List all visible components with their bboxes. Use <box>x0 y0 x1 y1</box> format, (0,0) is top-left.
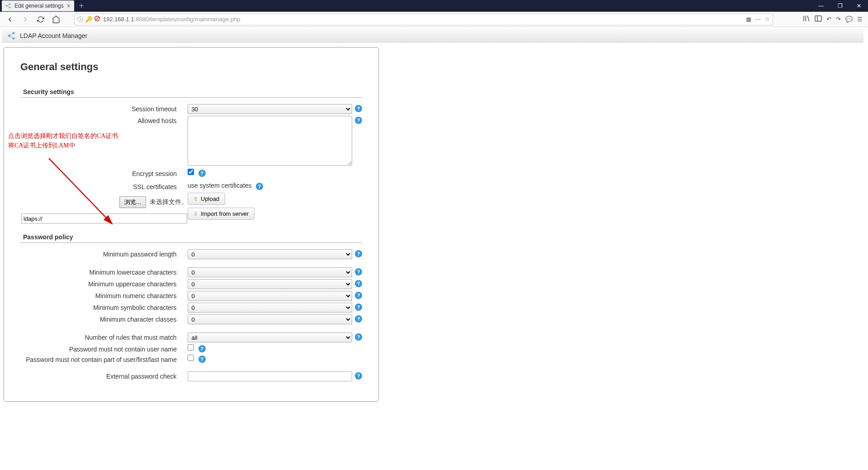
help-icon[interactable]: ? <box>198 345 206 352</box>
qr-icon[interactable]: ▦ <box>746 16 751 23</box>
checkbox-no-partname[interactable] <box>188 355 194 361</box>
more-actions-icon[interactable]: ⋯ <box>755 16 761 23</box>
menu-icon[interactable]: ☰ <box>857 16 863 23</box>
nav-reload-button[interactable] <box>34 13 47 26</box>
upload-button[interactable]: ⇧Upload <box>188 193 225 205</box>
label-session-timeout: Session timeout <box>20 104 188 113</box>
select-min-symbolic[interactable]: 0 <box>188 303 353 313</box>
undo-icon[interactable]: ↶ <box>826 16 831 23</box>
tab-title: Edit general settings <box>14 3 64 9</box>
help-icon[interactable]: ? <box>355 372 362 380</box>
select-min-lowercase[interactable]: 0 <box>188 267 353 277</box>
url-text: 192.168.1.1:8080/templates/config/mainma… <box>103 16 746 23</box>
library-icon[interactable] <box>803 15 810 24</box>
svg-line-4 <box>7 6 10 8</box>
ldaps-url-input[interactable] <box>21 214 187 223</box>
tab-favicon <box>5 3 12 9</box>
upload-arrow-icon: ⇧ <box>193 196 198 202</box>
help-icon[interactable]: ? <box>355 280 362 287</box>
svg-line-16 <box>9 36 14 38</box>
svg-line-3 <box>7 5 10 6</box>
svg-rect-10 <box>815 16 821 21</box>
url-bar[interactable]: ⓘ 🔑 192.168.1.1:8080/templates/config/ma… <box>74 14 773 25</box>
select-min-pwd-length[interactable]: 0 <box>188 249 353 259</box>
window-minimize-button[interactable]: — <box>812 0 830 12</box>
browser-tab-bar: Edit general settings × + — ❐ ✕ <box>0 0 868 12</box>
label-no-username: Password must not contain user name <box>20 344 188 353</box>
page-content: LDAP Account Manager General settings Se… <box>0 27 868 470</box>
settings-panel: General settings Security settings Sessi… <box>4 47 379 402</box>
select-min-numeric[interactable]: 0 <box>188 291 353 301</box>
svg-line-6 <box>96 17 99 20</box>
no-file-selected-text: 未选择文件。 <box>150 198 188 206</box>
nav-home-button[interactable] <box>50 13 62 26</box>
window-controls: — ❐ ✕ <box>812 0 868 12</box>
nav-forward-button[interactable] <box>19 13 32 26</box>
input-ext-pwd-check[interactable] <box>188 371 353 381</box>
page-title: General settings <box>20 61 362 73</box>
bookmark-icon[interactable]: ☆ <box>764 16 770 23</box>
select-min-classes[interactable]: 0 <box>188 314 353 324</box>
window-maximize-button[interactable]: ❐ <box>831 0 849 12</box>
label-min-uppercase: Minimum uppercase characters <box>20 279 188 288</box>
label-min-lowercase: Minimum lowercase characters <box>20 267 188 276</box>
help-icon[interactable]: ? <box>355 315 362 323</box>
redo-icon[interactable]: ↷ <box>836 16 841 23</box>
select-session-timeout[interactable]: 30 <box>188 104 353 114</box>
label-min-symbolic: Minimum symbolic characters <box>20 303 188 311</box>
checkbox-no-username[interactable] <box>188 344 194 351</box>
lam-header-title: LDAP Account Manager <box>20 32 87 39</box>
lam-header-bar: LDAP Account Manager <box>2 29 863 43</box>
tab-close-icon[interactable]: × <box>67 2 71 9</box>
help-icon[interactable]: ? <box>355 117 362 124</box>
blocked-icon[interactable] <box>94 15 100 23</box>
textarea-allowed-hosts[interactable] <box>188 116 353 166</box>
select-min-uppercase[interactable]: 0 <box>188 279 353 289</box>
info-icon[interactable]: ⓘ <box>77 15 83 24</box>
window-close-button[interactable]: ✕ <box>850 0 868 12</box>
section-password-heading: Password policy <box>20 232 362 243</box>
help-icon[interactable]: ? <box>355 250 362 257</box>
label-min-pwd-length: Minimum password length <box>20 249 188 258</box>
chat-icon[interactable]: 💬 <box>845 16 853 23</box>
help-icon[interactable]: ? <box>198 356 206 363</box>
download-arrow-icon: ⇩ <box>193 211 198 217</box>
browser-tab[interactable]: Edit general settings × <box>2 0 74 11</box>
ssl-status-text: use system certificates <box>188 182 252 189</box>
help-icon[interactable]: ? <box>355 105 362 112</box>
help-icon[interactable]: ? <box>355 304 362 311</box>
label-encrypt-session: Encrypt session <box>20 169 188 177</box>
label-allowed-hosts: Allowed hosts <box>20 116 188 124</box>
svg-line-15 <box>9 33 14 36</box>
label-no-partname: Password must not contain part of user/f… <box>20 355 188 363</box>
checkbox-encrypt-session[interactable] <box>188 169 194 175</box>
label-min-classes: Minimum character classes <box>20 314 188 323</box>
help-icon[interactable]: ? <box>355 292 362 299</box>
permission-icon[interactable]: 🔑 <box>85 16 92 23</box>
new-tab-button[interactable]: + <box>77 1 86 11</box>
lam-logo-icon <box>7 31 16 40</box>
import-server-button[interactable]: ⇩Import from server <box>188 208 255 220</box>
label-ext-pwd-check: External password check <box>20 371 188 380</box>
help-icon[interactable]: ? <box>256 183 263 190</box>
section-security-heading: Security settings <box>20 86 362 98</box>
nav-back-button[interactable] <box>4 13 16 26</box>
select-rules-match[interactable]: all <box>188 332 353 342</box>
sidebar-icon[interactable] <box>815 15 822 24</box>
label-min-numeric: Minimum numeric characters <box>20 291 188 299</box>
label-ssl-certificates: SSL certificates <box>20 182 188 190</box>
help-icon[interactable]: ? <box>355 268 362 275</box>
svg-line-9 <box>807 16 809 21</box>
browser-toolbar: ⓘ 🔑 192.168.1.1:8080/templates/config/ma… <box>0 12 868 27</box>
help-icon[interactable]: ? <box>198 170 206 177</box>
help-icon[interactable]: ? <box>355 333 362 341</box>
browse-file-button[interactable]: 浏览... <box>119 196 146 208</box>
label-rules-match: Number of rules that must match <box>20 332 188 341</box>
